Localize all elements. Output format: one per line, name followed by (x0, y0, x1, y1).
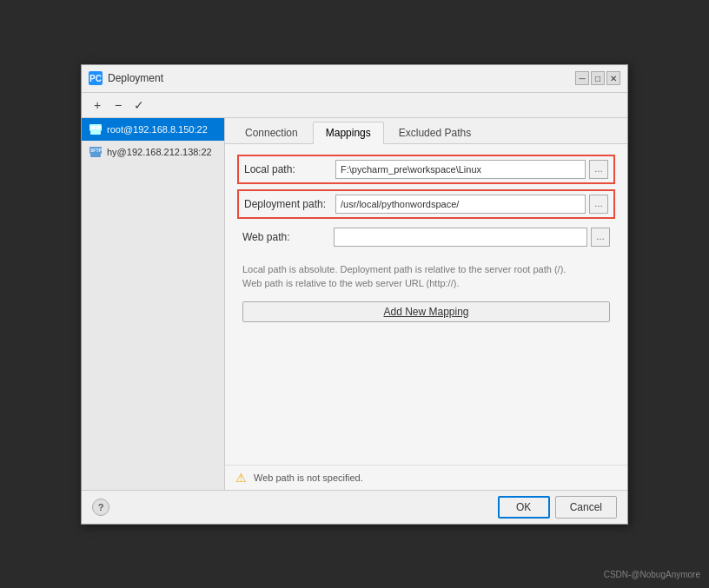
cancel-button[interactable]: Cancel (555, 496, 617, 519)
tabs: Connection Mappings Excluded Paths (225, 118, 627, 144)
local-path-row: Local path: … (237, 155, 615, 184)
local-path-input-wrapper: … (335, 160, 608, 179)
add-new-mapping-button[interactable]: Add New Mapping (242, 301, 610, 322)
watermark: CSDN-@NobugAnymore (604, 570, 700, 579)
svg-text:SFTP: SFTP (90, 148, 102, 153)
info-line2: Web path is relative to the web server U… (242, 278, 459, 288)
title-bar: PC Deployment ─ □ ✕ (82, 65, 627, 93)
deployment-path-input[interactable] (335, 195, 586, 214)
deployment-window: PC Deployment ─ □ ✕ + − ✓ SFTP (81, 64, 628, 525)
warning-bar: ⚠ Web path is not specified. (225, 465, 627, 490)
check-button[interactable]: ✓ (130, 96, 148, 114)
tab-content-mappings: Local path: … Deployment path: … (225, 144, 627, 465)
bottom-bar: ? OK Cancel (82, 490, 627, 524)
web-path-input[interactable] (334, 228, 587, 247)
minimize-button[interactable]: ─ (575, 71, 589, 85)
help-button[interactable]: ? (92, 499, 109, 516)
web-path-browse-button[interactable]: … (591, 228, 610, 247)
sidebar-label-root2: hy@192.168.212.138:22 (107, 147, 212, 157)
info-line1: Local path is absolute. Deployment path … (242, 264, 566, 274)
close-button[interactable]: ✕ (606, 71, 620, 85)
title-buttons: ─ □ ✕ (575, 71, 620, 85)
warning-icon: ⚠ (235, 471, 247, 485)
svg-rect-1 (90, 131, 101, 135)
deployment-path-row: Deployment path: … (237, 189, 615, 219)
local-path-input[interactable] (335, 160, 586, 179)
sidebar-item-root2[interactable]: SFTP hy@192.168.212.138:22 (82, 141, 224, 163)
deployment-path-browse-button[interactable]: … (589, 195, 608, 214)
remove-server-button[interactable]: − (109, 96, 127, 114)
tab-connection[interactable]: Connection (232, 122, 311, 143)
web-path-input-wrapper: … (334, 228, 610, 247)
ok-button[interactable]: OK (498, 496, 550, 519)
server-icon-root2: SFTP (89, 145, 103, 159)
svg-rect-4 (90, 154, 101, 157)
main-content: SFTP root@192.168.8.150:22 SFTP hy@192.1… (82, 118, 627, 490)
web-path-row: Web path: … (237, 224, 615, 250)
deployment-path-label: Deployment path: (244, 198, 335, 210)
svg-text:SFTP: SFTP (90, 125, 102, 130)
sidebar: SFTP root@192.168.8.150:22 SFTP hy@192.1… (82, 118, 225, 490)
right-panel: Connection Mappings Excluded Paths Local… (225, 118, 627, 490)
title-bar-left: PC Deployment (89, 71, 163, 85)
sidebar-item-root1[interactable]: SFTP root@192.168.8.150:22 (82, 118, 224, 141)
warning-text: Web path is not specified. (254, 472, 363, 483)
local-path-browse-button[interactable]: … (589, 160, 608, 179)
server-icon-root1: SFTP (89, 122, 103, 136)
maximize-button[interactable]: □ (591, 71, 605, 85)
tab-excluded-paths[interactable]: Excluded Paths (386, 122, 484, 143)
window-title: Deployment (108, 72, 163, 84)
add-server-button[interactable]: + (89, 96, 106, 114)
deployment-path-input-wrapper: … (335, 195, 608, 214)
web-path-label: Web path: (242, 231, 334, 243)
tab-mappings[interactable]: Mappings (313, 122, 384, 144)
app-icon: PC (89, 71, 103, 85)
dialog-buttons: OK Cancel (498, 496, 617, 519)
info-text: Local path is absolute. Deployment path … (242, 262, 610, 291)
local-path-label: Local path: (244, 163, 335, 175)
sidebar-label-root1: root@192.168.8.150:22 (107, 124, 208, 135)
toolbar: + − ✓ (82, 93, 627, 118)
